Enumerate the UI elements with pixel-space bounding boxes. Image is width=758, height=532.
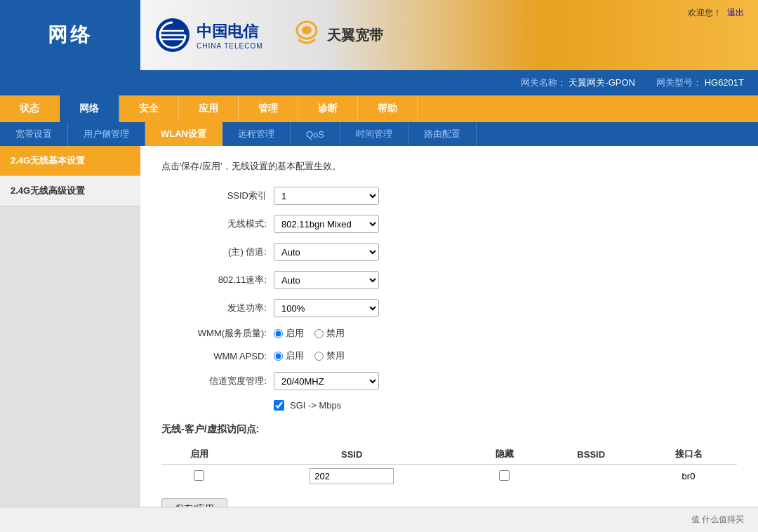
nav-item-status[interactable]: 状态 — [0, 95, 60, 122]
subnav-qos[interactable]: QoS — [291, 122, 340, 146]
ssid-index-select[interactable]: 1 2 3 4 — [274, 187, 379, 205]
wmm-apsd-enable-radio[interactable] — [274, 352, 283, 361]
wmm-enable-radio[interactable] — [274, 329, 283, 338]
col-hidden: 隐藏 — [467, 444, 543, 465]
row-bssid-cell — [542, 465, 640, 488]
power-select[interactable]: 100% 75% 50% 25% — [274, 299, 379, 317]
subnav-wlan[interactable]: WLAN设置 — [145, 122, 222, 146]
svg-point-2 — [302, 26, 312, 34]
logo-area: 中国电信 CHINA TELECOM 天翼宽带 — [154, 17, 383, 53]
power-label: 发送功率: — [161, 302, 274, 314]
sidebar-item-advanced[interactable]: 2.4G无线高级设置 — [0, 176, 140, 206]
ct-english: CHINA TELECOM — [197, 42, 263, 50]
table-header-row: 启用 SSID 隐藏 BSSID 接口名 — [161, 444, 737, 465]
page-title: 网络 — [48, 22, 93, 48]
wmm-apsd-enable-label[interactable]: 启用 — [274, 350, 304, 362]
bottom-logo: 值 什么值得买 — [691, 514, 744, 526]
subnav-remote[interactable]: 远程管理 — [222, 122, 291, 146]
wmm-disable-radio[interactable] — [314, 329, 324, 338]
subnav-time[interactable]: 时间管理 — [340, 122, 408, 146]
logout-link[interactable]: 退出 — [727, 8, 744, 18]
tianyi-icon — [291, 20, 323, 51]
rate-row: 802.11速率: Auto — [161, 271, 737, 289]
wmm-disable-label[interactable]: 禁用 — [314, 327, 345, 340]
col-ssid: SSID — [237, 444, 467, 465]
nav-item-network[interactable]: 网络 — [60, 95, 119, 122]
wlan-section-title: 无线-客户/虚拟访问点: — [161, 423, 737, 436]
wmm-disable-text: 禁用 — [326, 327, 345, 340]
row-interface-value: br0 — [682, 471, 696, 481]
main-layout: 2.4G无线基本设置 2.4G无线高级设置 点击'保存/应用'，无线设置的基本配… — [0, 146, 758, 507]
nav-item-apps[interactable]: 应用 — [179, 95, 239, 122]
row-hidden-checkbox[interactable] — [499, 470, 510, 481]
gateway-type-label: 网关型号： — [656, 77, 702, 88]
rate-control: Auto — [274, 271, 379, 289]
channel-control: Auto 123 456 — [274, 243, 379, 261]
header-right: 欢迎您！ 退出 — [688, 7, 744, 19]
sidebar: 2.4G无线基本设置 2.4G无线高级设置 — [0, 146, 140, 507]
row-enabled-checkbox[interactable] — [194, 470, 204, 481]
welcome-text: 欢迎您！ — [688, 8, 722, 18]
wireless-mode-row: 无线模式: 802.11bgn Mixed 802.11b 802.11g 80… — [161, 215, 737, 233]
row-ssid-cell — [237, 465, 467, 488]
wireless-mode-label: 无线模式: — [161, 218, 274, 230]
nav-item-admin[interactable]: 管理 — [239, 95, 298, 122]
gateway-name-section: 网关名称： 天翼网关-GPON — [521, 77, 635, 89]
wmm-apsd-disable-radio[interactable] — [314, 352, 324, 361]
wmm-apsd-label: WMM APSD: — [161, 351, 274, 361]
row-interface-cell: br0 — [640, 465, 737, 488]
wireless-mode-select[interactable]: 802.11bgn Mixed 802.11b 802.11g 802.11n — [274, 215, 379, 233]
gateway-type-section: 网关型号： HG6201T — [656, 77, 744, 89]
nav-item-help[interactable]: 帮助 — [358, 95, 418, 122]
rate-label: 802.11速率: — [161, 274, 274, 286]
rate-select[interactable]: Auto — [274, 271, 379, 289]
bottom-logo-text: 值 什么值得买 — [691, 514, 744, 526]
page-title-area: 网络 — [0, 0, 140, 70]
ct-text: 中国电信 CHINA TELECOM — [197, 21, 263, 50]
bandwidth-select[interactable]: 20/40MHZ 20MHZ 40MHZ — [274, 372, 379, 390]
ssid-index-control: 1 2 3 4 — [274, 187, 379, 205]
tianyi-logo: 天翼宽带 — [291, 20, 383, 51]
wireless-mode-control: 802.11bgn Mixed 802.11b 802.11g 802.11n — [274, 215, 379, 233]
col-bssid: BSSID — [542, 444, 640, 465]
wmm-apsd-disable-text: 禁用 — [326, 350, 345, 362]
subnav-user-mgmt[interactable]: 用户侧管理 — [68, 122, 145, 146]
subnav-routing[interactable]: 路由配置 — [408, 122, 477, 146]
wmm-apsd-disable-label[interactable]: 禁用 — [314, 350, 345, 362]
wmm-enable-label[interactable]: 启用 — [274, 327, 304, 340]
bandwidth-label: 信道宽度管理: — [161, 375, 274, 387]
save-button[interactable]: 保存/应用 — [161, 498, 227, 507]
channel-label: (主) 信道: — [161, 246, 274, 258]
bottom-bar: 值 什么值得买 — [0, 507, 758, 532]
header: 网络 中国电信 CHINA TELECOM — [0, 0, 758, 70]
ssid-index-label: SSID索引 — [161, 189, 274, 202]
ct-icon — [154, 17, 191, 53]
gateway-bar: 网关名称： 天翼网关-GPON 网关型号： HG6201T — [0, 70, 758, 95]
wmm-apsd-enable-text: 启用 — [286, 350, 304, 362]
main-nav: 状态 网络 安全 应用 管理 诊断 帮助 — [0, 95, 758, 122]
wlan-table: 启用 SSID 隐藏 BSSID 接口名 — [161, 444, 737, 488]
channel-row: (主) 信道: Auto 123 456 — [161, 243, 737, 261]
bandwidth-row: 信道宽度管理: 20/40MHZ 20MHZ 40MHZ — [161, 372, 737, 390]
ssid-index-row: SSID索引 1 2 3 4 — [161, 187, 737, 205]
wmm-label: WMM(服务质量): — [161, 327, 274, 340]
sgi-text: SGI -> Mbps — [290, 400, 341, 411]
ct-chinese: 中国电信 — [197, 21, 263, 42]
sgi-label[interactable]: SGI -> Mbps — [274, 400, 341, 411]
sgi-checkbox[interactable] — [274, 400, 284, 411]
ssid-input[interactable] — [310, 468, 394, 484]
power-control: 100% 75% 50% 25% — [274, 299, 379, 317]
wmm-control: 启用 禁用 — [274, 327, 345, 340]
nav-item-diag[interactable]: 诊断 — [298, 95, 358, 122]
col-interface: 接口名 — [640, 444, 737, 465]
subnav-broadband[interactable]: 宽带设置 — [0, 122, 68, 146]
channel-select[interactable]: Auto 123 456 — [274, 243, 379, 261]
nav-item-security[interactable]: 安全 — [119, 95, 179, 122]
sidebar-item-basic[interactable]: 2.4G无线基本设置 — [0, 146, 140, 176]
sub-nav: 宽带设置 用户侧管理 WLAN设置 远程管理 QoS 时间管理 路由配置 — [0, 122, 758, 146]
wmm-apsd-row: WMM APSD: 启用 禁用 — [161, 350, 737, 362]
table-row: br0 — [161, 465, 737, 488]
hint-text: 点击'保存/应用'，无线设置的基本配置生效。 — [161, 160, 737, 173]
sgi-row: SGI -> Mbps — [161, 400, 737, 411]
tianyi-text: 天翼宽带 — [327, 26, 383, 45]
